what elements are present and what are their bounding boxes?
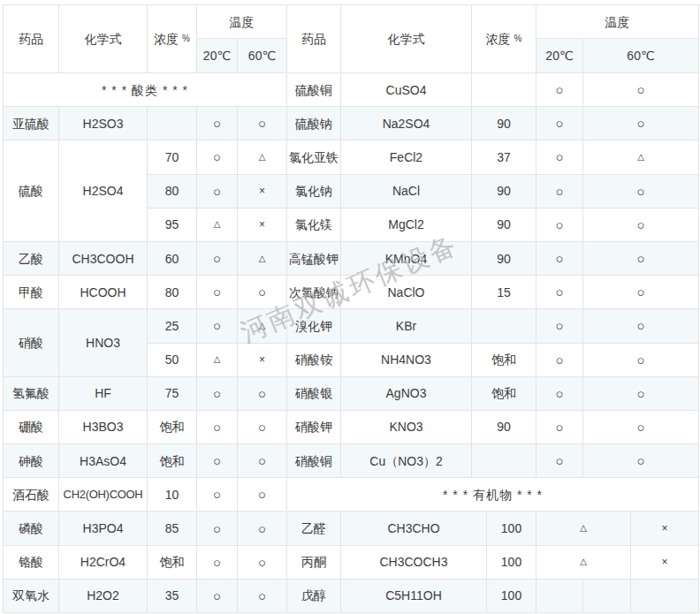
drug-cell: 硫酸钠 <box>287 107 341 140</box>
concentration-cell: 100 <box>487 580 536 613</box>
drug-cell: 高锰酸钾 <box>287 242 341 276</box>
drug-cell: 硝酸铜 <box>287 444 341 478</box>
concentration-cell: 饱和 <box>148 546 197 580</box>
solubility-60-cell: ○ <box>583 208 699 242</box>
concentration-cell: 90 <box>472 411 536 444</box>
header-formula-left: 化学式 <box>59 5 148 73</box>
formula-cell: CH2(OH)COOH <box>59 478 148 512</box>
formula-cell: HF <box>59 377 148 411</box>
drug-cell: 铬酸 <box>4 546 59 580</box>
solubility-20-cell: ○ <box>536 411 583 444</box>
header-temp60-left: 60℃ <box>238 39 287 73</box>
solubility-20-cell: ○ <box>197 309 238 343</box>
formula-cell: H3PO4 <box>59 512 148 545</box>
drug-cell: 甲酸 <box>4 276 59 309</box>
solubility-20-cell: ○ <box>536 242 583 276</box>
concentration-cell: 80 <box>148 175 197 208</box>
solubility-20-cell: ○ <box>536 344 583 377</box>
solubility-60-cell: × <box>631 512 699 545</box>
concentration-cell: 35 <box>148 580 197 613</box>
concentration-cell <box>472 73 536 107</box>
percent-sign: % <box>514 34 522 43</box>
solubility-20-cell: ○ <box>536 309 583 343</box>
concentration-cell: 85 <box>148 512 197 545</box>
formula-cell: NH4NO3 <box>341 344 472 377</box>
concentration-cell: 饱和 <box>148 444 197 478</box>
formula-cell: CH3COCH3 <box>341 546 487 580</box>
concentration-cell <box>148 107 197 140</box>
solubility-60-cell: ○ <box>583 107 699 140</box>
formula-cell: Cu（NO3）2 <box>341 444 472 478</box>
solubility-20-cell: ○ <box>197 175 238 208</box>
drug-cell: 氢氟酸 <box>4 377 59 411</box>
formula-cell: HNO3 <box>59 309 148 376</box>
solubility-20-cell: △ <box>536 512 631 545</box>
header-temp60-right: 60℃ <box>583 39 699 73</box>
drug-cell: 氯化镁 <box>287 208 341 242</box>
solubility-60-cell: ○ <box>238 276 287 309</box>
formula-cell: CuSO4 <box>341 73 472 107</box>
concentration-cell: 10 <box>148 478 197 512</box>
solubility-60-cell: ○ <box>583 411 699 444</box>
drug-cell: 硼酸 <box>4 411 59 444</box>
solubility-60-cell: × <box>238 344 287 377</box>
formula-cell: HCOOH <box>59 276 148 309</box>
drug-cell: 乙醛 <box>287 512 341 545</box>
concentration-label: 浓度 <box>486 33 511 45</box>
solubility-20-cell <box>536 580 583 613</box>
solubility-20-cell: ○ <box>197 512 238 545</box>
solubility-20-cell: △ <box>536 546 631 580</box>
formula-cell: FeCl2 <box>341 140 472 174</box>
concentration-cell: 25 <box>148 309 197 343</box>
solubility-20-cell: ○ <box>536 175 583 208</box>
drug-cell: 硝酸铵 <box>287 344 341 377</box>
drug-cell: 丙酮 <box>287 546 341 580</box>
drug-cell: 硫酸 <box>4 140 59 242</box>
solubility-20-cell: △ <box>197 344 238 377</box>
concentration-cell: 60 <box>148 242 197 276</box>
solubility-20-cell: △ <box>197 208 238 242</box>
drug-cell: 氯化亚铁 <box>287 140 341 174</box>
concentration-cell: 95 <box>148 208 197 242</box>
header-concentration-right: 浓度% <box>472 5 536 73</box>
formula-cell: CH3COOH <box>59 242 148 276</box>
solubility-60-cell <box>631 580 699 613</box>
solubility-60-cell: ○ <box>238 512 287 545</box>
solubility-60-cell: ○ <box>238 107 287 140</box>
header-temperature-right: 温度 <box>536 5 699 39</box>
header-temp20-left: 20℃ <box>197 39 238 73</box>
concentration-cell: 100 <box>487 512 536 545</box>
solubility-60-cell: ○ <box>238 580 287 613</box>
drug-cell: 硫酸铜 <box>287 73 341 107</box>
solubility-60-cell: × <box>238 175 287 208</box>
formula-cell: KMnO4 <box>341 242 472 276</box>
solubility-20-cell: ○ <box>197 580 238 613</box>
solubility-60-cell: ○ <box>583 309 699 343</box>
formula-cell: MgCl2 <box>341 208 472 242</box>
header-concentration-left: 浓度% <box>148 5 197 73</box>
formula-cell: NaClO <box>341 276 472 309</box>
solubility-20-cell: ○ <box>536 208 583 242</box>
concentration-cell: 90 <box>472 175 536 208</box>
drug-cell: 戊醇 <box>287 580 341 613</box>
solubility-table: 药品化学式浓度%温度20℃60℃药品化学式浓度%温度20℃60℃* * * 酸类… <box>3 4 699 613</box>
concentration-cell: 70 <box>148 140 197 174</box>
formula-cell: CH3CHO <box>341 512 487 545</box>
drug-cell: 酒石酸 <box>4 478 59 512</box>
formula-cell: H3AsO4 <box>59 444 148 478</box>
solubility-20-cell: ○ <box>197 107 238 140</box>
solubility-20-cell: ○ <box>197 377 238 411</box>
solubility-60-cell: ○ <box>583 444 699 478</box>
solubility-60-cell: △ <box>583 140 699 174</box>
formula-cell: H2SO3 <box>59 107 148 140</box>
solubility-20-cell: ○ <box>536 377 583 411</box>
concentration-cell: 15 <box>472 276 536 309</box>
concentration-cell: 饱和 <box>472 377 536 411</box>
solubility-60-cell <box>583 580 631 613</box>
solubility-60-cell: × <box>238 208 287 242</box>
solubility-60-cell: ○ <box>583 377 699 411</box>
formula-cell: KBr <box>341 309 472 343</box>
solubility-20-cell: ○ <box>197 276 238 309</box>
solubility-60-cell: ○ <box>583 73 699 107</box>
solubility-60-cell: ○ <box>238 478 287 512</box>
